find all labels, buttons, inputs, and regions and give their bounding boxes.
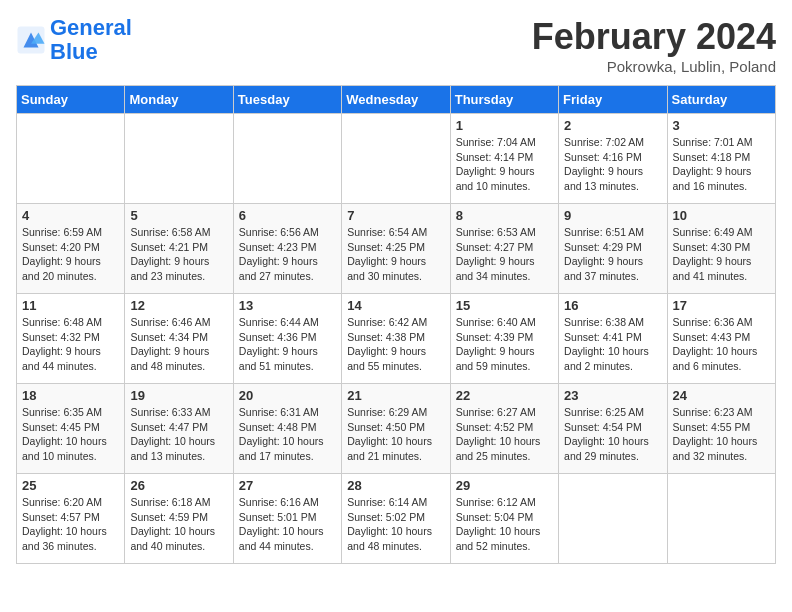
column-header-sunday: Sunday xyxy=(17,86,125,114)
day-number: 5 xyxy=(130,208,227,223)
day-info: Sunrise: 6:20 AM Sunset: 4:57 PM Dayligh… xyxy=(22,495,119,554)
column-header-wednesday: Wednesday xyxy=(342,86,450,114)
day-info: Sunrise: 6:59 AM Sunset: 4:20 PM Dayligh… xyxy=(22,225,119,284)
day-info: Sunrise: 6:18 AM Sunset: 4:59 PM Dayligh… xyxy=(130,495,227,554)
day-number: 26 xyxy=(130,478,227,493)
day-number: 29 xyxy=(456,478,553,493)
day-number: 6 xyxy=(239,208,336,223)
day-info: Sunrise: 6:54 AM Sunset: 4:25 PM Dayligh… xyxy=(347,225,444,284)
calendar-cell xyxy=(342,114,450,204)
day-number: 13 xyxy=(239,298,336,313)
day-number: 10 xyxy=(673,208,770,223)
day-info: Sunrise: 7:02 AM Sunset: 4:16 PM Dayligh… xyxy=(564,135,661,194)
day-number: 23 xyxy=(564,388,661,403)
calendar-cell: 18Sunrise: 6:35 AM Sunset: 4:45 PM Dayli… xyxy=(17,384,125,474)
calendar-cell: 4Sunrise: 6:59 AM Sunset: 4:20 PM Daylig… xyxy=(17,204,125,294)
calendar-cell xyxy=(233,114,341,204)
calendar-cell: 12Sunrise: 6:46 AM Sunset: 4:34 PM Dayli… xyxy=(125,294,233,384)
calendar-cell: 6Sunrise: 6:56 AM Sunset: 4:23 PM Daylig… xyxy=(233,204,341,294)
calendar-table: SundayMondayTuesdayWednesdayThursdayFrid… xyxy=(16,85,776,564)
calendar-cell: 29Sunrise: 6:12 AM Sunset: 5:04 PM Dayli… xyxy=(450,474,558,564)
day-info: Sunrise: 6:16 AM Sunset: 5:01 PM Dayligh… xyxy=(239,495,336,554)
day-info: Sunrise: 6:56 AM Sunset: 4:23 PM Dayligh… xyxy=(239,225,336,284)
day-info: Sunrise: 6:38 AM Sunset: 4:41 PM Dayligh… xyxy=(564,315,661,374)
calendar-cell: 22Sunrise: 6:27 AM Sunset: 4:52 PM Dayli… xyxy=(450,384,558,474)
calendar-cell: 15Sunrise: 6:40 AM Sunset: 4:39 PM Dayli… xyxy=(450,294,558,384)
day-info: Sunrise: 6:31 AM Sunset: 4:48 PM Dayligh… xyxy=(239,405,336,464)
day-info: Sunrise: 6:44 AM Sunset: 4:36 PM Dayligh… xyxy=(239,315,336,374)
logo-text-blue: Blue xyxy=(50,39,98,64)
day-info: Sunrise: 6:58 AM Sunset: 4:21 PM Dayligh… xyxy=(130,225,227,284)
day-info: Sunrise: 6:42 AM Sunset: 4:38 PM Dayligh… xyxy=(347,315,444,374)
calendar-cell: 8Sunrise: 6:53 AM Sunset: 4:27 PM Daylig… xyxy=(450,204,558,294)
calendar-cell: 9Sunrise: 6:51 AM Sunset: 4:29 PM Daylig… xyxy=(559,204,667,294)
page-header: General Blue February 2024 Pokrowka, Lub… xyxy=(16,16,776,75)
day-info: Sunrise: 6:46 AM Sunset: 4:34 PM Dayligh… xyxy=(130,315,227,374)
day-info: Sunrise: 6:51 AM Sunset: 4:29 PM Dayligh… xyxy=(564,225,661,284)
calendar-cell: 16Sunrise: 6:38 AM Sunset: 4:41 PM Dayli… xyxy=(559,294,667,384)
day-info: Sunrise: 6:49 AM Sunset: 4:30 PM Dayligh… xyxy=(673,225,770,284)
calendar-cell: 7Sunrise: 6:54 AM Sunset: 4:25 PM Daylig… xyxy=(342,204,450,294)
column-header-monday: Monday xyxy=(125,86,233,114)
day-info: Sunrise: 6:23 AM Sunset: 4:55 PM Dayligh… xyxy=(673,405,770,464)
day-number: 21 xyxy=(347,388,444,403)
day-number: 8 xyxy=(456,208,553,223)
day-info: Sunrise: 6:14 AM Sunset: 5:02 PM Dayligh… xyxy=(347,495,444,554)
logo: General Blue xyxy=(16,16,132,64)
day-number: 9 xyxy=(564,208,661,223)
day-number: 18 xyxy=(22,388,119,403)
day-info: Sunrise: 6:25 AM Sunset: 4:54 PM Dayligh… xyxy=(564,405,661,464)
calendar-cell: 3Sunrise: 7:01 AM Sunset: 4:18 PM Daylig… xyxy=(667,114,775,204)
calendar-cell xyxy=(667,474,775,564)
calendar-header-row: SundayMondayTuesdayWednesdayThursdayFrid… xyxy=(17,86,776,114)
day-number: 3 xyxy=(673,118,770,133)
day-number: 7 xyxy=(347,208,444,223)
day-number: 25 xyxy=(22,478,119,493)
calendar-week-3: 11Sunrise: 6:48 AM Sunset: 4:32 PM Dayli… xyxy=(17,294,776,384)
day-info: Sunrise: 6:36 AM Sunset: 4:43 PM Dayligh… xyxy=(673,315,770,374)
calendar-cell: 24Sunrise: 6:23 AM Sunset: 4:55 PM Dayli… xyxy=(667,384,775,474)
day-number: 12 xyxy=(130,298,227,313)
calendar-week-2: 4Sunrise: 6:59 AM Sunset: 4:20 PM Daylig… xyxy=(17,204,776,294)
column-header-tuesday: Tuesday xyxy=(233,86,341,114)
column-header-saturday: Saturday xyxy=(667,86,775,114)
day-number: 28 xyxy=(347,478,444,493)
day-number: 4 xyxy=(22,208,119,223)
day-info: Sunrise: 7:04 AM Sunset: 4:14 PM Dayligh… xyxy=(456,135,553,194)
day-number: 14 xyxy=(347,298,444,313)
column-header-thursday: Thursday xyxy=(450,86,558,114)
month-title: February 2024 xyxy=(532,16,776,58)
calendar-cell: 20Sunrise: 6:31 AM Sunset: 4:48 PM Dayli… xyxy=(233,384,341,474)
day-number: 17 xyxy=(673,298,770,313)
calendar-cell: 19Sunrise: 6:33 AM Sunset: 4:47 PM Dayli… xyxy=(125,384,233,474)
calendar-cell: 28Sunrise: 6:14 AM Sunset: 5:02 PM Dayli… xyxy=(342,474,450,564)
day-info: Sunrise: 6:48 AM Sunset: 4:32 PM Dayligh… xyxy=(22,315,119,374)
calendar-cell xyxy=(17,114,125,204)
calendar-cell: 10Sunrise: 6:49 AM Sunset: 4:30 PM Dayli… xyxy=(667,204,775,294)
calendar-cell: 2Sunrise: 7:02 AM Sunset: 4:16 PM Daylig… xyxy=(559,114,667,204)
calendar-cell: 14Sunrise: 6:42 AM Sunset: 4:38 PM Dayli… xyxy=(342,294,450,384)
day-number: 2 xyxy=(564,118,661,133)
location-subtitle: Pokrowka, Lublin, Poland xyxy=(532,58,776,75)
day-number: 16 xyxy=(564,298,661,313)
calendar-week-5: 25Sunrise: 6:20 AM Sunset: 4:57 PM Dayli… xyxy=(17,474,776,564)
day-info: Sunrise: 6:53 AM Sunset: 4:27 PM Dayligh… xyxy=(456,225,553,284)
day-number: 24 xyxy=(673,388,770,403)
logo-icon xyxy=(16,25,46,55)
calendar-cell: 1Sunrise: 7:04 AM Sunset: 4:14 PM Daylig… xyxy=(450,114,558,204)
column-header-friday: Friday xyxy=(559,86,667,114)
day-info: Sunrise: 6:27 AM Sunset: 4:52 PM Dayligh… xyxy=(456,405,553,464)
day-number: 11 xyxy=(22,298,119,313)
calendar-week-4: 18Sunrise: 6:35 AM Sunset: 4:45 PM Dayli… xyxy=(17,384,776,474)
day-info: Sunrise: 6:12 AM Sunset: 5:04 PM Dayligh… xyxy=(456,495,553,554)
calendar-cell xyxy=(125,114,233,204)
calendar-cell: 11Sunrise: 6:48 AM Sunset: 4:32 PM Dayli… xyxy=(17,294,125,384)
day-info: Sunrise: 6:29 AM Sunset: 4:50 PM Dayligh… xyxy=(347,405,444,464)
day-number: 27 xyxy=(239,478,336,493)
day-info: Sunrise: 6:35 AM Sunset: 4:45 PM Dayligh… xyxy=(22,405,119,464)
day-number: 19 xyxy=(130,388,227,403)
day-info: Sunrise: 6:33 AM Sunset: 4:47 PM Dayligh… xyxy=(130,405,227,464)
calendar-cell: 27Sunrise: 6:16 AM Sunset: 5:01 PM Dayli… xyxy=(233,474,341,564)
title-area: February 2024 Pokrowka, Lublin, Poland xyxy=(532,16,776,75)
day-number: 20 xyxy=(239,388,336,403)
